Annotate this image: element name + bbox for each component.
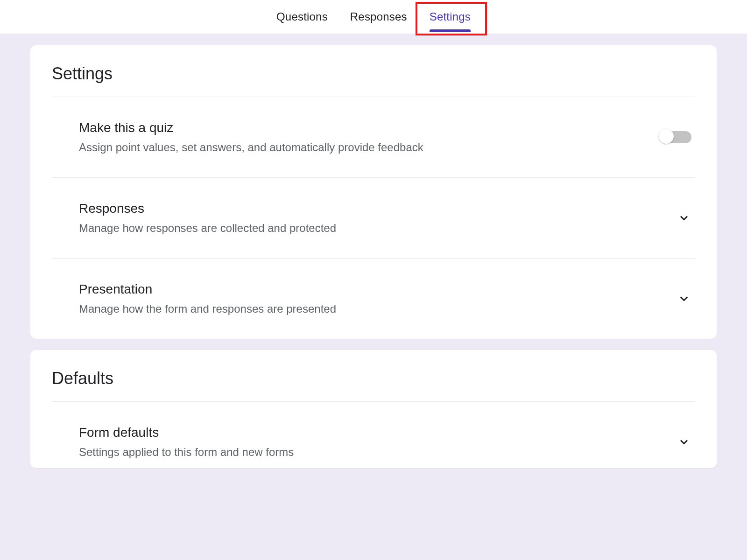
settings-card: Settings Make this a quiz Assign point v…	[30, 45, 717, 339]
top-nav-bar: Questions Responses Settings	[0, 0, 747, 34]
setting-quiz-desc: Assign point values, set answers, and au…	[79, 141, 660, 154]
tab-responses[interactable]: Responses	[350, 0, 407, 34]
setting-presentation-row[interactable]: Presentation Manage how the form and res…	[52, 259, 695, 320]
setting-presentation-text: Presentation Manage how the form and res…	[79, 282, 677, 315]
tab-settings[interactable]: Settings	[430, 0, 471, 34]
setting-quiz-row: Make this a quiz Assign point values, se…	[52, 97, 695, 178]
setting-responses-desc: Manage how responses are collected and p…	[79, 222, 677, 235]
chevron-down-icon[interactable]	[677, 291, 691, 306]
tabs-container: Questions Responses Settings	[276, 0, 471, 34]
chevron-down-icon[interactable]	[677, 210, 691, 225]
tab-questions[interactable]: Questions	[276, 0, 328, 34]
defaults-card: Defaults Form defaults Settings applied …	[30, 350, 717, 468]
setting-form-defaults-desc: Settings applied to this form and new fo…	[79, 446, 677, 459]
quiz-toggle[interactable]	[660, 131, 691, 143]
setting-form-defaults-title: Form defaults	[79, 425, 677, 440]
toggle-knob	[659, 129, 674, 144]
defaults-card-title: Defaults	[52, 369, 695, 402]
content-area: Settings Make this a quiz Assign point v…	[0, 34, 747, 468]
setting-responses-text: Responses Manage how responses are colle…	[79, 201, 677, 235]
setting-responses-row[interactable]: Responses Manage how responses are colle…	[52, 178, 695, 259]
setting-quiz-title: Make this a quiz	[79, 120, 660, 135]
chevron-down-icon[interactable]	[677, 434, 691, 449]
setting-responses-title: Responses	[79, 201, 677, 216]
setting-presentation-title: Presentation	[79, 282, 677, 297]
setting-form-defaults-row[interactable]: Form defaults Settings applied to this f…	[52, 402, 695, 463]
setting-presentation-desc: Manage how the form and responses are pr…	[79, 302, 677, 315]
settings-card-title: Settings	[52, 64, 695, 97]
setting-quiz-text: Make this a quiz Assign point values, se…	[79, 120, 660, 154]
setting-form-defaults-text: Form defaults Settings applied to this f…	[79, 425, 677, 459]
